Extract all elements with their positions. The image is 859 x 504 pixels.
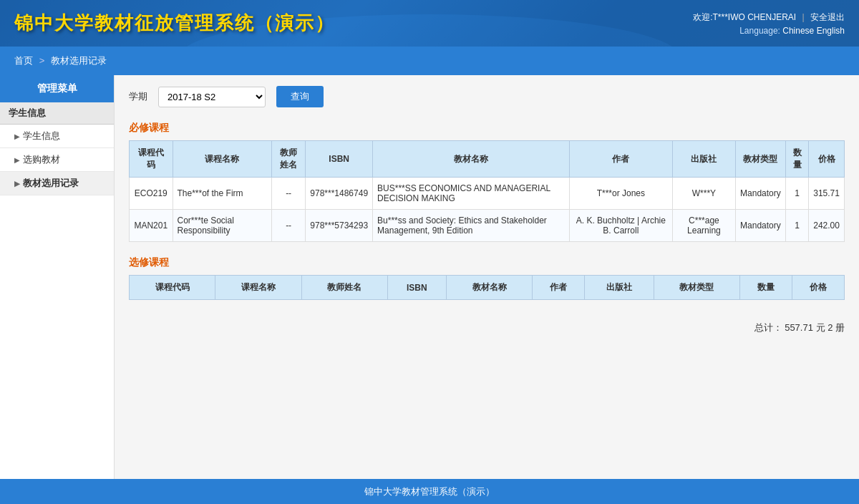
mandatory-table-row: MAN201 Cor***te Social Responsibility --…	[130, 210, 845, 242]
cell-author: T***or Jones	[569, 178, 672, 210]
navbar: 首页 > 教材选用记录	[0, 47, 859, 75]
cell-qty: 1	[785, 210, 808, 242]
cell-teacher: --	[271, 178, 305, 210]
semester-select[interactable]: 2017-18 S2 2017-18 S1 2016-17 S2 2016-17…	[158, 87, 266, 107]
sidebar: 管理菜单 学生信息 ▶ 学生信息 ▶ 选购教材 ▶ 教材选用记录	[0, 75, 115, 479]
col-textbook-name: 教材名称	[446, 276, 532, 300]
cell-qty: 1	[785, 178, 808, 210]
total-label: 总计：	[754, 322, 782, 333]
mandatory-section: 必修课程 课程代码 课程名称 教师姓名 ISBN 教材名称 作者 出版社 教材类…	[129, 122, 845, 242]
sidebar-item-student-info[interactable]: ▶ 学生信息	[0, 125, 114, 148]
footer-text: 锦中大学教材管理系统（演示）	[364, 486, 495, 497]
chevron-right-icon: ▶	[14, 180, 20, 188]
cell-publisher: W***Y	[672, 178, 735, 210]
footer: 锦中大学教材管理系统（演示）	[0, 479, 859, 504]
breadcrumb-arrow: >	[39, 55, 45, 66]
cell-course-name: Cor***te Social Responsibility	[173, 210, 271, 242]
elective-section: 选修课程 课程代码 课程名称 教师姓名 ISBN 教材名称 作者 出版社 教材类…	[129, 256, 845, 300]
app-header: 锦中大学教材征放管理系统（演示） 欢迎:T***IWO CHENJERAI | …	[0, 0, 859, 47]
cell-isbn: 978***1486749	[306, 178, 373, 210]
col-textbook-name: 教材名称	[373, 141, 570, 178]
mandatory-table-row: ECO219 The***of the Firm -- 978***148674…	[130, 178, 845, 210]
query-button[interactable]: 查询	[276, 86, 324, 107]
chevron-right-icon: ▶	[14, 156, 20, 164]
elective-table-header: 课程代码 课程名称 教师姓名 ISBN 教材名称 作者 出版社 教材类型 数量 …	[130, 276, 845, 300]
col-type: 教材类型	[736, 141, 786, 178]
col-type: 教材类型	[654, 276, 739, 300]
col-price: 价格	[792, 276, 844, 300]
language-row: Language: Chinese English	[693, 26, 845, 36]
col-code: 课程代码	[130, 276, 215, 300]
mandatory-title: 必修课程	[129, 122, 845, 135]
breadcrumb-home[interactable]: 首页	[14, 55, 33, 66]
cell-author: A. K. Buchholtz | Archie B. Carroll	[569, 210, 672, 242]
app-title: 锦中大学教材征放管理系统（演示）	[14, 11, 335, 36]
cell-code: ECO219	[130, 178, 173, 210]
elective-title: 选修课程	[129, 256, 845, 269]
cell-course-name: The***of the Firm	[173, 178, 271, 210]
col-qty: 数量	[785, 141, 808, 178]
summary: 总计： 557.71 元 2 册	[129, 314, 845, 341]
cell-publisher: C***age Learning	[672, 210, 735, 242]
breadcrumb-current: 教材选用记录	[51, 55, 107, 66]
sidebar-item-select-textbook[interactable]: ▶ 选购教材	[0, 148, 114, 172]
main-content: 学期 2017-18 S2 2017-18 S1 2016-17 S2 2016…	[115, 75, 859, 479]
sidebar-item-textbook-records[interactable]: ▶ 教材选用记录	[0, 172, 114, 195]
welcome-text: 欢迎:T***IWO CHENJERAI | 安全退出	[693, 11, 845, 24]
cell-price: 242.00	[809, 210, 845, 242]
cell-code: MAN201	[130, 210, 173, 242]
sidebar-item-label: 学生信息	[23, 130, 60, 142]
header-right: 欢迎:T***IWO CHENJERAI | 安全退出 Language: Ch…	[693, 11, 845, 36]
filter-area: 学期 2017-18 S2 2017-18 S1 2016-17 S2 2016…	[129, 86, 845, 107]
cell-type: Mandatory	[736, 210, 786, 242]
logout-link[interactable]: 安全退出	[810, 12, 845, 22]
col-teacher: 教师姓名	[301, 276, 387, 300]
col-publisher: 出版社	[585, 276, 654, 300]
cell-textbook-name: Bu***ss and Society: Ethics and Stakehol…	[373, 210, 570, 242]
layout: 管理菜单 学生信息 ▶ 学生信息 ▶ 选购教材 ▶ 教材选用记录 学期 2017…	[0, 75, 859, 479]
col-course-name: 课程名称	[173, 141, 271, 178]
col-course-name: 课程名称	[215, 276, 301, 300]
cell-type: Mandatory	[736, 178, 786, 210]
col-author: 作者	[569, 141, 672, 178]
col-author: 作者	[533, 276, 585, 300]
cell-teacher: --	[271, 210, 305, 242]
filter-label: 学期	[129, 90, 147, 103]
col-isbn: ISBN	[306, 141, 373, 178]
cell-isbn: 978***5734293	[306, 210, 373, 242]
sidebar-item-label: 选购教材	[23, 153, 60, 166]
col-code: 课程代码	[130, 141, 173, 178]
total-books: 2 册	[828, 322, 845, 333]
lang-english-link[interactable]: English	[817, 26, 845, 36]
total-amount: 557.71 元	[785, 322, 825, 333]
cell-price: 315.71	[809, 178, 845, 210]
col-price: 价格	[809, 141, 845, 178]
sidebar-item-label: 教材选用记录	[23, 177, 79, 190]
cell-textbook-name: BUS***SS ECONOMICS AND MANAGERIAL DECISI…	[373, 178, 570, 210]
col-publisher: 出版社	[672, 141, 735, 178]
col-teacher: 教师姓名	[271, 141, 305, 178]
sidebar-section-label: 学生信息	[0, 102, 114, 125]
elective-table: 课程代码 课程名称 教师姓名 ISBN 教材名称 作者 出版社 教材类型 数量 …	[129, 275, 845, 300]
chevron-right-icon: ▶	[14, 132, 20, 140]
breadcrumb: 首页 > 教材选用记录	[0, 54, 121, 67]
sidebar-header: 管理菜单	[0, 75, 114, 102]
col-isbn: ISBN	[387, 276, 446, 300]
lang-chinese-link[interactable]: Chinese	[782, 26, 814, 36]
mandatory-table-header: 课程代码 课程名称 教师姓名 ISBN 教材名称 作者 出版社 教材类型 数量 …	[130, 141, 845, 178]
col-qty: 数量	[740, 276, 792, 300]
mandatory-table: 课程代码 课程名称 教师姓名 ISBN 教材名称 作者 出版社 教材类型 数量 …	[129, 140, 845, 242]
